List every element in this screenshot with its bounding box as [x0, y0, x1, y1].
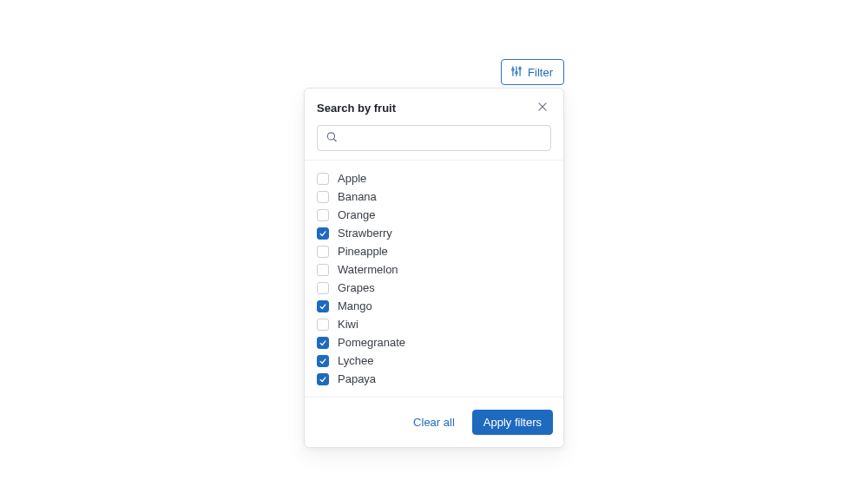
filter-button-label: Filter: [528, 66, 553, 79]
option-item[interactable]: Pomegranate: [317, 333, 558, 352]
option-label: Orange: [338, 208, 375, 221]
checkbox[interactable]: [317, 300, 329, 312]
option-item[interactable]: Mango: [317, 297, 558, 315]
option-item[interactable]: Kiwi: [317, 315, 558, 333]
checkbox[interactable]: [317, 173, 329, 185]
checkbox[interactable]: [317, 209, 329, 221]
svg-point-3: [512, 69, 514, 70]
option-label: Mango: [338, 299, 372, 312]
option-item[interactable]: Strawberry: [317, 224, 558, 242]
checkbox[interactable]: [317, 264, 329, 276]
checkbox[interactable]: [317, 319, 329, 331]
checkbox[interactable]: [317, 227, 329, 240]
option-item[interactable]: Papaya: [317, 370, 558, 388]
close-icon: [536, 101, 549, 115]
option-item[interactable]: Pineapple: [317, 242, 558, 260]
option-item[interactable]: Apple: [317, 169, 558, 187]
options-list[interactable]: AppleBananaOrangeStrawberryPineappleWate…: [317, 169, 558, 388]
search-icon: [326, 131, 338, 146]
options-list-container: AppleBananaOrangeStrawberryPineappleWate…: [305, 161, 563, 397]
checkbox[interactable]: [317, 337, 329, 349]
checkbox[interactable]: [317, 282, 329, 294]
option-label: Pomegranate: [338, 336, 405, 349]
panel-title: Search by fruit: [317, 102, 396, 115]
filter-panel: Search by fruit: [304, 88, 564, 448]
close-button[interactable]: [534, 99, 551, 116]
option-label: Strawberry: [338, 227, 392, 240]
svg-line-9: [333, 139, 336, 141]
apply-filters-button[interactable]: Apply filters: [472, 410, 553, 435]
option-label: Papaya: [338, 372, 376, 385]
checkbox[interactable]: [317, 246, 329, 258]
option-item[interactable]: Watermelon: [317, 260, 558, 279]
search-field: [317, 125, 551, 151]
option-label: Lychee: [338, 354, 373, 367]
sliders-icon: [510, 65, 523, 80]
panel-footer: Clear all Apply filters: [305, 397, 563, 447]
checkbox[interactable]: [317, 355, 329, 367]
checkbox[interactable]: [317, 191, 329, 203]
option-label: Pineapple: [338, 245, 388, 258]
checkbox[interactable]: [317, 373, 329, 385]
clear-all-button[interactable]: Clear all: [408, 412, 460, 432]
option-item[interactable]: Grapes: [317, 279, 558, 297]
option-label: Watermelon: [338, 263, 398, 276]
search-input[interactable]: [317, 125, 551, 151]
filter-button[interactable]: Filter: [501, 59, 564, 85]
svg-point-5: [519, 67, 521, 69]
option-item[interactable]: Orange: [317, 206, 558, 224]
option-label: Kiwi: [338, 318, 358, 331]
option-item[interactable]: Lychee: [317, 352, 558, 370]
option-label: Apple: [338, 172, 366, 185]
svg-point-4: [516, 71, 517, 73]
panel-header: Search by fruit: [305, 89, 563, 161]
option-label: Grapes: [338, 281, 375, 294]
option-item[interactable]: Banana: [317, 187, 558, 206]
option-label: Banana: [338, 190, 377, 203]
